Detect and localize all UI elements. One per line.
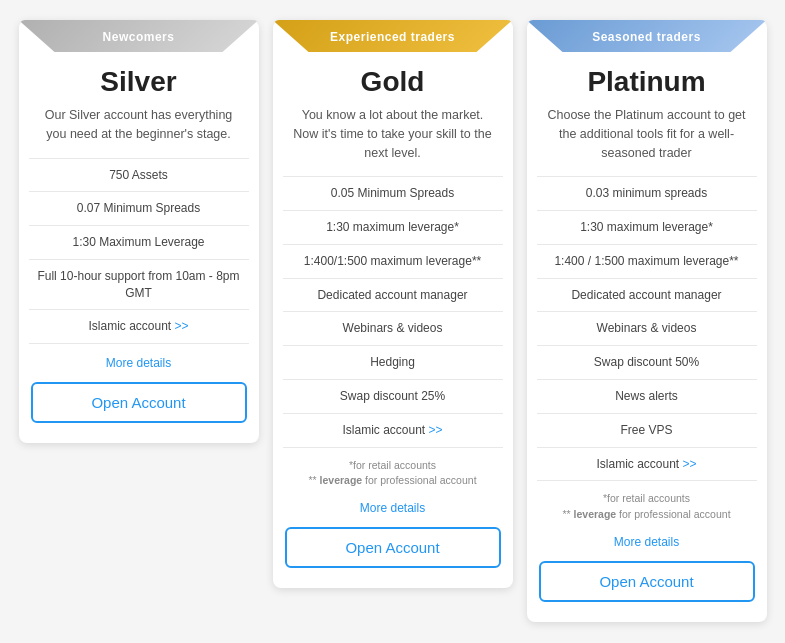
gold-feature-6: Swap discount 25% xyxy=(283,379,503,413)
platinum-more-details[interactable]: More details xyxy=(614,535,679,549)
gold-open-account-button[interactable]: Open Account xyxy=(285,527,501,568)
silver-more-details[interactable]: More details xyxy=(106,356,171,370)
islamic-link[interactable]: >> xyxy=(175,319,189,333)
platinum-feature-0: 0.03 minimum spreads xyxy=(537,176,757,210)
platinum-feature-6: News alerts xyxy=(537,379,757,413)
gold-badge: Experienced traders xyxy=(273,20,513,52)
platinum-feature-4: Webinars & videos xyxy=(537,311,757,345)
platinum-badge: Seasoned traders xyxy=(527,20,767,52)
gold-more-details[interactable]: More details xyxy=(360,501,425,515)
platinum-feature-list: 0.03 minimum spreads1:30 maximum leverag… xyxy=(527,176,767,481)
silver-title: Silver xyxy=(100,66,176,98)
islamic-link[interactable]: >> xyxy=(683,457,697,471)
platinum-feature-1: 1:30 maximum leverage* xyxy=(537,210,757,244)
gold-description: You know a lot about the market. Now it'… xyxy=(273,106,513,162)
card-gold: Experienced tradersGoldYou know a lot ab… xyxy=(273,20,513,588)
platinum-open-account-button[interactable]: Open Account xyxy=(539,561,755,602)
platinum-title: Platinum xyxy=(587,66,705,98)
gold-feature-2: 1:400/1:500 maximum leverage** xyxy=(283,244,503,278)
gold-feature-list: 0.05 Minimum Spreads1:30 maximum leverag… xyxy=(273,176,513,447)
gold-feature-3: Dedicated account manager xyxy=(283,278,503,312)
islamic-link[interactable]: >> xyxy=(429,423,443,437)
gold-feature-0: 0.05 Minimum Spreads xyxy=(283,176,503,210)
gold-feature-5: Hedging xyxy=(283,345,503,379)
platinum-feature-8: Islamic account >> xyxy=(537,447,757,482)
gold-title: Gold xyxy=(361,66,425,98)
card-platinum: Seasoned tradersPlatinumChoose the Plati… xyxy=(527,20,767,622)
platinum-feature-5: Swap discount 50% xyxy=(537,345,757,379)
silver-open-account-button[interactable]: Open Account xyxy=(31,382,247,423)
silver-feature-3: Full 10-hour support from 10am - 8pm GMT xyxy=(29,259,249,310)
platinum-description: Choose the Platinum account to get the a… xyxy=(527,106,767,162)
silver-feature-4: Islamic account >> xyxy=(29,309,249,344)
silver-feature-2: 1:30 Maximum Leverage xyxy=(29,225,249,259)
gold-feature-7: Islamic account >> xyxy=(283,413,503,448)
silver-feature-1: 0.07 Minimum Spreads xyxy=(29,191,249,225)
silver-badge: Newcomers xyxy=(19,20,259,52)
silver-description: Our Silver account has everything you ne… xyxy=(19,106,259,144)
silver-feature-0: 750 Assets xyxy=(29,158,249,192)
platinum-feature-7: Free VPS xyxy=(537,413,757,447)
card-silver: NewcomersSilverOur Silver account has ev… xyxy=(19,20,259,443)
gold-feature-4: Webinars & videos xyxy=(283,311,503,345)
platinum-feature-3: Dedicated account manager xyxy=(537,278,757,312)
gold-footnote: *for retail accounts** leverage for prof… xyxy=(296,458,488,490)
silver-feature-list: 750 Assets0.07 Minimum Spreads1:30 Maxim… xyxy=(19,158,259,345)
gold-feature-1: 1:30 maximum leverage* xyxy=(283,210,503,244)
pricing-cards: NewcomersSilverOur Silver account has ev… xyxy=(10,20,775,622)
platinum-footnote: *for retail accounts** leverage for prof… xyxy=(550,491,742,523)
platinum-feature-2: 1:400 / 1:500 maximum leverage** xyxy=(537,244,757,278)
